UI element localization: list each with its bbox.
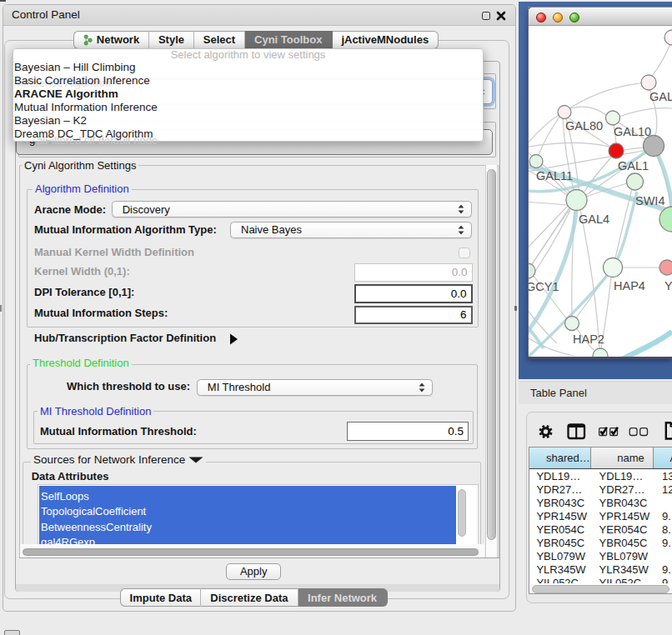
svg-text:GAL10: GAL10 bbox=[614, 125, 651, 138]
svg-text:GAL1: GAL1 bbox=[618, 159, 649, 172]
svg-text:GAL80: GAL80 bbox=[565, 119, 603, 132]
svg-text:HAP4: HAP4 bbox=[614, 279, 645, 292]
svg-text:YM: YM bbox=[664, 279, 672, 292]
svg-text:SWI4: SWI4 bbox=[635, 194, 664, 208]
svg-text:GCY1: GCY1 bbox=[529, 280, 559, 293]
svg-text:GAL4: GAL4 bbox=[579, 212, 609, 226]
svg-text:HAP2: HAP2 bbox=[573, 332, 604, 346]
svg-text:GAL11: GAL11 bbox=[536, 169, 573, 182]
svg-text:GAL7: GAL7 bbox=[649, 90, 672, 103]
